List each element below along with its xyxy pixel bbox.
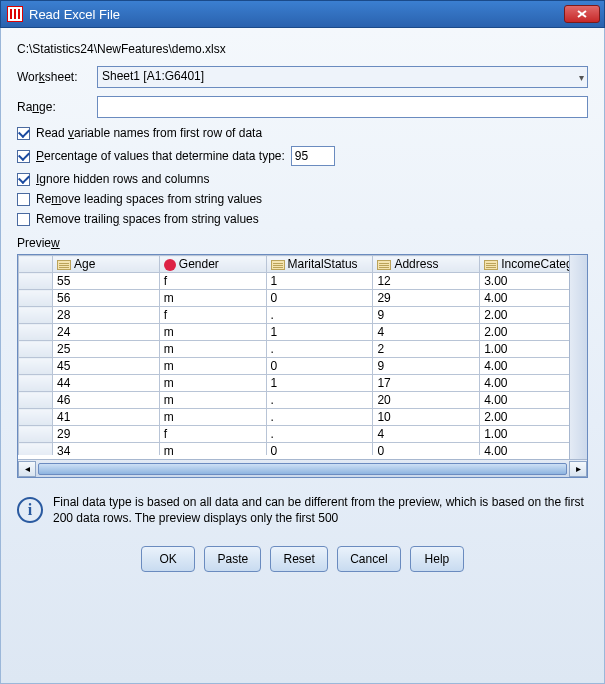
cell[interactable]: 1: [266, 324, 373, 341]
cell[interactable]: 29: [373, 290, 480, 307]
cell[interactable]: 25: [53, 341, 160, 358]
info-text: Final data type is based on all data and…: [53, 494, 588, 526]
label-read-varnames: Read variable names from first row of da…: [36, 126, 262, 140]
label-remove-trailing: Remove trailing spaces from string value…: [36, 212, 259, 226]
cell[interactable]: f: [159, 426, 266, 443]
cell[interactable]: m: [159, 290, 266, 307]
horizontal-scrollbar[interactable]: ◂ ▸: [18, 459, 587, 477]
table-row: 45m094.00: [19, 358, 587, 375]
cell[interactable]: .: [266, 392, 373, 409]
checkbox-read-varnames[interactable]: [17, 127, 30, 140]
cell[interactable]: 9: [373, 358, 480, 375]
cell[interactable]: 17: [373, 375, 480, 392]
column-header[interactable]: Gender: [159, 256, 266, 273]
cell[interactable]: 28: [53, 307, 160, 324]
cell[interactable]: 34: [53, 443, 160, 456]
cell[interactable]: 1: [266, 273, 373, 290]
column-header[interactable]: Age: [53, 256, 160, 273]
table-row: 56m0294.00: [19, 290, 587, 307]
info-icon: i: [17, 497, 43, 523]
range-label: Range:: [17, 100, 97, 114]
table-row: 28 f.92.00: [19, 307, 587, 324]
checkbox-remove-leading[interactable]: [17, 193, 30, 206]
cell[interactable]: 0: [266, 358, 373, 375]
ok-button[interactable]: OK: [141, 546, 195, 572]
scroll-right-icon[interactable]: ▸: [569, 461, 587, 477]
column-header[interactable]: MaritalStatus: [266, 256, 373, 273]
row-handle[interactable]: [19, 273, 53, 290]
label-pct-determine: Percentage of values that determine data…: [36, 149, 285, 163]
vertical-scrollbar[interactable]: [569, 255, 587, 459]
cell[interactable]: 46: [53, 392, 160, 409]
checkbox-pct-determine[interactable]: [17, 150, 30, 163]
cell[interactable]: 0: [266, 290, 373, 307]
checkbox-remove-trailing[interactable]: [17, 213, 30, 226]
cell[interactable]: 41: [53, 409, 160, 426]
cell[interactable]: 9: [373, 307, 480, 324]
close-button[interactable]: [564, 5, 600, 23]
cell[interactable]: m: [159, 443, 266, 456]
cell[interactable]: m: [159, 341, 266, 358]
worksheet-label: Worksheet:: [17, 70, 97, 84]
row-handle[interactable]: [19, 307, 53, 324]
dialog-content: C:\Statistics24\NewFeatures\demo.xlsx Wo…: [0, 28, 605, 684]
scroll-left-icon[interactable]: ◂: [18, 461, 36, 477]
preview-panel: AgeGenderMaritalStatusAddressIncomeCateg…: [17, 254, 588, 478]
table-row: 55f1123.00: [19, 273, 587, 290]
range-input[interactable]: [97, 96, 588, 118]
cell[interactable]: 44: [53, 375, 160, 392]
column-label: Address: [394, 257, 438, 271]
cell[interactable]: m: [159, 409, 266, 426]
cell[interactable]: 1: [266, 375, 373, 392]
cell[interactable]: 29: [53, 426, 160, 443]
row-handle[interactable]: [19, 375, 53, 392]
row-handle[interactable]: [19, 409, 53, 426]
window-title: Read Excel File: [29, 7, 564, 22]
worksheet-select[interactable]: Sheet1 [A1:G6401] ▾: [97, 66, 588, 88]
column-header[interactable]: Address: [373, 256, 480, 273]
cell[interactable]: f: [159, 273, 266, 290]
cell[interactable]: 20: [373, 392, 480, 409]
scroll-thumb[interactable]: [38, 463, 567, 475]
row-handle[interactable]: [19, 290, 53, 307]
row-handle[interactable]: [19, 443, 53, 456]
cell[interactable]: 45: [53, 358, 160, 375]
cell[interactable]: 24: [53, 324, 160, 341]
cancel-button[interactable]: Cancel: [337, 546, 400, 572]
cell[interactable]: 10: [373, 409, 480, 426]
cell[interactable]: m: [159, 392, 266, 409]
cell[interactable]: m: [159, 324, 266, 341]
column-label: MaritalStatus: [288, 257, 358, 271]
row-handle[interactable]: [19, 358, 53, 375]
cell[interactable]: m: [159, 358, 266, 375]
row-handle-header: [19, 256, 53, 273]
row-handle[interactable]: [19, 324, 53, 341]
cell[interactable]: 0: [373, 443, 480, 456]
cell[interactable]: f: [159, 307, 266, 324]
cell[interactable]: .: [266, 341, 373, 358]
cell[interactable]: .: [266, 409, 373, 426]
checkbox-ignore-hidden[interactable]: [17, 173, 30, 186]
pct-input[interactable]: [291, 146, 335, 166]
cell[interactable]: 12: [373, 273, 480, 290]
cell[interactable]: .: [266, 426, 373, 443]
cell[interactable]: 0: [266, 443, 373, 456]
cell[interactable]: 4: [373, 324, 480, 341]
reset-button[interactable]: Reset: [270, 546, 327, 572]
cell[interactable]: 4: [373, 426, 480, 443]
table-row: 44m1174.00: [19, 375, 587, 392]
cell[interactable]: m: [159, 375, 266, 392]
nominal-icon: [164, 259, 176, 271]
row-handle[interactable]: [19, 341, 53, 358]
row-handle[interactable]: [19, 392, 53, 409]
paste-button[interactable]: Paste: [204, 546, 261, 572]
cell[interactable]: .: [266, 307, 373, 324]
scale-icon: [377, 260, 391, 270]
row-handle[interactable]: [19, 426, 53, 443]
close-icon: [576, 9, 588, 19]
cell[interactable]: 55: [53, 273, 160, 290]
table-row: 29f.41.00: [19, 426, 587, 443]
cell[interactable]: 56: [53, 290, 160, 307]
help-button[interactable]: Help: [410, 546, 464, 572]
cell[interactable]: 2: [373, 341, 480, 358]
